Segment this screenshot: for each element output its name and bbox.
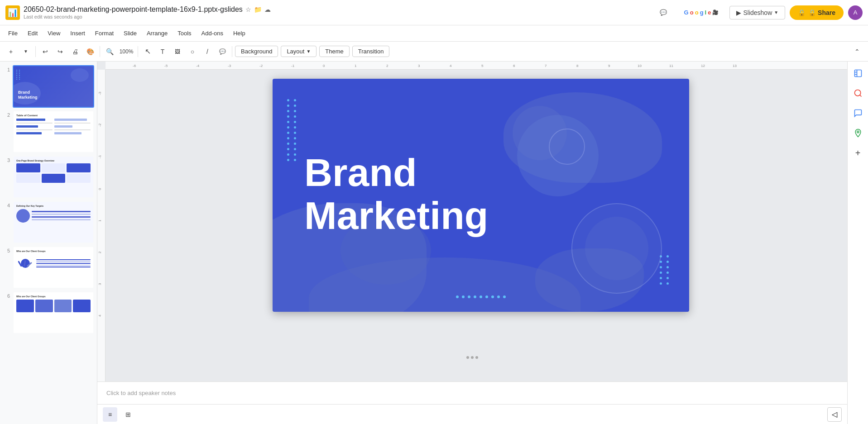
svg-text:-5: -5	[164, 64, 168, 68]
last-edit: Last edit was seconds ago	[24, 14, 650, 19]
slide-preview-6[interactable]: Who are Our Client Groups	[13, 291, 94, 334]
svg-text:-3: -3	[98, 91, 102, 95]
play-icon: ▶	[736, 9, 741, 16]
menu-view[interactable]: View	[43, 28, 65, 38]
slide-thumb-4[interactable]: 4 Defining Our Key Targets	[3, 201, 94, 243]
slide-preview-2[interactable]: Table of Content	[13, 110, 94, 153]
redo-button[interactable]: ↪	[53, 44, 67, 59]
dots-bottom	[456, 295, 506, 298]
slide-main-title[interactable]: Brand Marketing	[304, 151, 488, 237]
notes-area[interactable]: Click to add speaker notes	[97, 381, 847, 404]
slideshow-button[interactable]: ▶ Slideshow ▼	[729, 6, 785, 19]
slide-number-5: 5	[3, 246, 10, 253]
slide-title-line1: Brand	[304, 151, 488, 194]
svg-text:4: 4	[450, 64, 452, 68]
separator4	[232, 46, 232, 57]
sidebar-icon-3[interactable]	[850, 105, 866, 121]
theme-button[interactable]: Theme	[319, 46, 349, 57]
svg-text:9: 9	[608, 64, 610, 68]
svg-text:4: 4	[98, 314, 102, 317]
svg-text:5: 5	[481, 64, 484, 68]
slide-preview-3[interactable]: One Page Brand Strategy Overview	[13, 156, 94, 198]
sidebar-icon-2[interactable]	[850, 85, 866, 101]
add-dropdown[interactable]: ▼	[19, 44, 33, 59]
title-bar: 📊 20650-02-brand-marketing-powerpoint-te…	[0, 0, 868, 25]
print-button[interactable]: 🖨	[68, 44, 82, 59]
zoom-display[interactable]: 100%	[117, 44, 135, 59]
shape-tool[interactable]: ○	[185, 44, 200, 59]
sidebar-icon-4[interactable]	[850, 125, 866, 141]
svg-text:-3: -3	[228, 64, 231, 68]
menu-insert[interactable]: Insert	[66, 28, 90, 38]
layout-button[interactable]: Layout ▼	[281, 46, 317, 57]
menu-tools[interactable]: Tools	[173, 28, 196, 38]
cloud-icon[interactable]: ☁	[264, 6, 271, 13]
svg-text:0: 0	[323, 64, 325, 68]
slide-thumb-3[interactable]: 3 One Page Brand Strategy Overview	[3, 156, 94, 198]
editor-area: -6-5 -4-3 -2-1 01 23 45 67 89 1011 1213	[97, 62, 847, 424]
svg-text:-1: -1	[291, 64, 295, 68]
toolbar-left: + ▼ ↩ ↪ 🖨 🎨 🔍 100% ↖ T 🖼 ○ / 💬	[4, 44, 234, 59]
slide-number-1: 1	[3, 65, 10, 72]
slide-thumb-6[interactable]: 6 Who are Our Client Groups	[3, 291, 94, 334]
paint-format-button[interactable]: 🎨	[83, 44, 97, 59]
svg-text:7: 7	[545, 64, 547, 68]
menu-help[interactable]: Help	[229, 28, 250, 38]
separator2	[100, 46, 100, 57]
svg-text:11: 11	[669, 64, 673, 68]
svg-text:-4: -4	[196, 64, 200, 68]
zoom-out-button[interactable]: 🔍	[102, 44, 117, 59]
notes-placeholder[interactable]: Click to add speaker notes	[106, 390, 176, 396]
collapse-toolbar-button[interactable]: ⌃	[850, 44, 864, 59]
menu-format[interactable]: Format	[91, 28, 118, 38]
menu-addons[interactable]: Add-ons	[197, 28, 228, 38]
menu-file[interactable]: File	[4, 28, 22, 38]
toolbar: + ▼ ↩ ↪ 🖨 🎨 🔍 100% ↖ T 🖼 ○ / 💬 Backgroun…	[0, 42, 868, 62]
bottom-toolbar: ≡ ⊞ ◁	[97, 404, 847, 424]
background-button[interactable]: Background	[235, 46, 278, 57]
menu-arrange[interactable]: Arrange	[142, 28, 172, 38]
canvas-wrapper[interactable]: -6-5 -4-3 -2-1 01 23 45 67 89 1011 1213	[97, 62, 847, 381]
svg-text:-6: -6	[133, 64, 136, 68]
comment-button[interactable]: 💬	[653, 6, 673, 19]
slide-thumb-2[interactable]: 2 Table of Content	[3, 110, 94, 153]
star-icon[interactable]: ☆	[245, 6, 251, 13]
menu-bar: File Edit View Insert Format Slide Arran…	[0, 25, 868, 42]
avatar[interactable]: A	[848, 5, 863, 20]
sidebar-icon-1[interactable]	[850, 65, 866, 81]
text-tool[interactable]: T	[155, 44, 170, 59]
layout-dropdown-icon: ▼	[306, 49, 311, 54]
expand-panel-button[interactable]: ◁	[827, 407, 842, 422]
menu-edit[interactable]: Edit	[23, 28, 42, 38]
slide-canvas[interactable]: Brand Marketing	[273, 79, 689, 312]
doc-title[interactable]: 20650-02-brand-marketing-powerpoint-temp…	[24, 5, 243, 14]
resize-handle[interactable]	[466, 356, 478, 359]
slide-preview-1[interactable]: BrandMarketing	[13, 65, 94, 108]
svg-text:3: 3	[98, 283, 102, 285]
meet-button[interactable]: G o o g l e 🎥	[678, 6, 725, 19]
add-sidebar-button[interactable]: +	[850, 145, 866, 161]
comment-tool[interactable]: 💬	[215, 44, 230, 59]
svg-rect-28	[854, 70, 861, 77]
slide-preview-4[interactable]: Defining Our Key Targets	[13, 201, 94, 243]
grid-view-button[interactable]: ⊞	[121, 407, 135, 422]
menu-slide[interactable]: Slide	[119, 28, 141, 38]
svg-text:1: 1	[355, 64, 357, 68]
transition-button[interactable]: Transition	[352, 46, 390, 57]
folder-icon[interactable]: 📁	[254, 6, 262, 13]
svg-point-30	[857, 131, 858, 133]
undo-button[interactable]: ↩	[38, 44, 53, 59]
line-tool[interactable]: /	[200, 44, 215, 59]
add-button[interactable]: +	[4, 44, 18, 59]
slide-number-2: 2	[3, 110, 10, 118]
slide-preview-5[interactable]: Who are Our Client Groups	[13, 246, 94, 289]
svg-text:10: 10	[638, 64, 642, 68]
main-content: 1 BrandMarketing	[0, 62, 868, 424]
filmstrip-view-button[interactable]: ≡	[103, 407, 117, 422]
slide-thumb-5[interactable]: 5 Who are Our Client Groups	[3, 246, 94, 289]
share-button[interactable]: 🔒 🔒 Share	[790, 5, 844, 20]
slide-thumb-1[interactable]: 1 BrandMarketing	[3, 65, 94, 108]
image-tool[interactable]: 🖼	[170, 44, 185, 59]
select-tool[interactable]: ↖	[140, 44, 155, 59]
svg-text:-1: -1	[98, 155, 102, 158]
